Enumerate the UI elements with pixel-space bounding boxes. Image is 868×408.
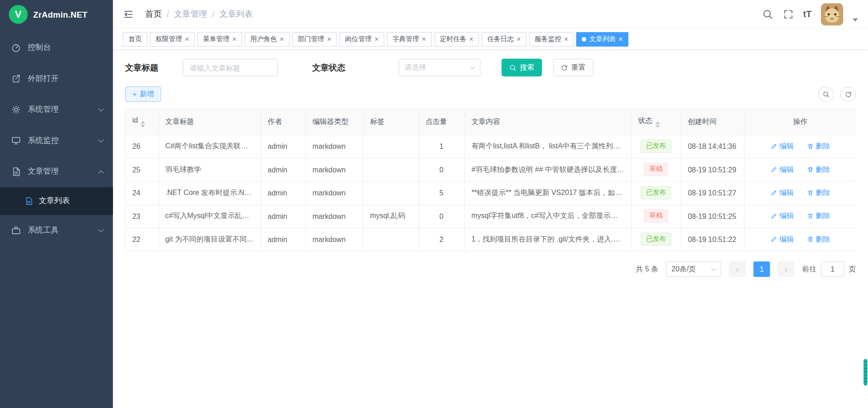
sidebar-item-system-management[interactable]: 系统管理 bbox=[0, 94, 113, 125]
page-size-value: 20条/页 bbox=[671, 264, 696, 274]
refresh-table-button[interactable] bbox=[840, 86, 856, 102]
goto-page-input[interactable] bbox=[821, 261, 844, 277]
sidebar-item-system-monitor[interactable]: 系统监控 bbox=[0, 125, 113, 157]
search-button[interactable]: 搜索 bbox=[501, 59, 542, 76]
cell-content: mysql字符集utf8，c#写入中文后，全部显示成? ... bbox=[464, 204, 631, 228]
add-button-label: 新增 bbox=[140, 89, 154, 99]
prev-page-button[interactable]: ‹ bbox=[729, 261, 746, 277]
add-button[interactable]: + 新增 bbox=[125, 86, 161, 102]
tab-user-role[interactable]: 用户角色× bbox=[245, 32, 289, 46]
app-logo[interactable]: V ZrAdmin.NET bbox=[0, 0, 113, 29]
sort-icon[interactable] bbox=[655, 121, 660, 128]
column-header-status[interactable]: 状态 bbox=[631, 109, 681, 134]
cell-created: 08-19 10:51:22 bbox=[681, 228, 744, 251]
edit-button[interactable]: 编辑 bbox=[770, 141, 793, 151]
delete-button[interactable]: 删除 bbox=[807, 188, 830, 198]
edit-button[interactable]: 编辑 bbox=[770, 211, 793, 221]
close-icon[interactable]: × bbox=[232, 35, 236, 43]
cell-actions: 编辑 删除 bbox=[744, 181, 857, 204]
delete-button[interactable]: 删除 bbox=[807, 141, 830, 151]
cell-title: 羽毛球教学 bbox=[158, 158, 261, 181]
page-number-1[interactable]: 1 bbox=[754, 261, 770, 277]
sidebar-item-label: 外部打开 bbox=[28, 74, 103, 84]
toggle-search-button[interactable] bbox=[818, 86, 834, 102]
sidebar-collapse-button[interactable] bbox=[123, 9, 134, 19]
column-label: 状态 bbox=[638, 116, 652, 124]
table-row: 23 c#写入Mysql中文显示乱码 ... admin markdown my… bbox=[126, 204, 856, 228]
fold-menu-icon bbox=[123, 9, 134, 19]
sort-icon[interactable] bbox=[141, 121, 145, 128]
tab-home[interactable]: 首页 bbox=[123, 32, 147, 46]
cell-clicks: 1 bbox=[419, 135, 465, 158]
delete-button[interactable]: 删除 bbox=[807, 165, 830, 175]
breadcrumb: 首页 / 文章管理 / 文章列表 bbox=[145, 9, 253, 19]
reset-button[interactable]: 重置 bbox=[553, 59, 593, 76]
sidebar-item-label: 系统监控 bbox=[28, 136, 99, 146]
close-icon[interactable]: × bbox=[469, 35, 473, 43]
tab-label: 用户角色 bbox=[250, 34, 277, 44]
tab-scheduled-task[interactable]: 定时任务× bbox=[434, 32, 479, 46]
close-icon[interactable]: × bbox=[185, 35, 189, 43]
user-avatar[interactable] bbox=[821, 3, 843, 25]
next-page-button[interactable]: › bbox=[778, 261, 794, 277]
cell-content: 有两个list,listA 和listB， listA中有三个属性列为St... bbox=[464, 135, 631, 158]
fullscreen-button[interactable] bbox=[783, 9, 793, 19]
close-icon[interactable]: × bbox=[327, 35, 331, 43]
tab-task-log[interactable]: 任务日志× bbox=[481, 32, 526, 46]
close-icon[interactable]: × bbox=[517, 35, 521, 43]
font-size-button[interactable]: tT bbox=[803, 9, 812, 19]
search-icon bbox=[762, 9, 773, 19]
tab-service-monitor[interactable]: 服务监控× bbox=[529, 32, 574, 46]
article-status-select[interactable]: 请选择 bbox=[399, 59, 481, 76]
breadcrumb-home[interactable]: 首页 bbox=[145, 9, 162, 19]
tab-dictionary[interactable]: 字典管理× bbox=[387, 32, 432, 46]
sidebar-item-system-tools[interactable]: 系统工具 bbox=[0, 215, 113, 246]
edit-button[interactable]: 编辑 bbox=[770, 234, 793, 244]
column-label: 文章内容 bbox=[472, 117, 500, 125]
edit-button[interactable]: 编辑 bbox=[770, 165, 793, 175]
scrollbar-thumb[interactable] bbox=[863, 359, 868, 385]
edit-button[interactable]: 编辑 bbox=[770, 188, 793, 198]
header-search-button[interactable] bbox=[762, 9, 773, 19]
cell-tags bbox=[363, 158, 418, 181]
tab-department[interactable]: 部门管理× bbox=[292, 32, 337, 46]
edit-icon bbox=[770, 190, 777, 196]
sidebar-item-dashboard[interactable]: 控制台 bbox=[0, 32, 113, 63]
sidebar-item-article-management[interactable]: 文章管理 bbox=[0, 156, 113, 187]
page-size-select[interactable]: 20条/页 bbox=[666, 261, 721, 277]
close-icon[interactable]: × bbox=[422, 35, 426, 43]
cell-id: 23 bbox=[126, 204, 158, 228]
edit-icon bbox=[770, 143, 777, 150]
column-header-id[interactable]: id bbox=[126, 109, 158, 134]
tab-article-list[interactable]: 文章列表× bbox=[576, 32, 628, 46]
tab-label: 权限管理 bbox=[156, 34, 182, 44]
cell-status: 已发布 bbox=[631, 228, 681, 251]
close-icon[interactable]: × bbox=[618, 35, 623, 43]
cell-id: 24 bbox=[126, 181, 158, 204]
status-badge: 已发布 bbox=[641, 140, 672, 153]
sidebar-item-external-open[interactable]: 外部打开 bbox=[0, 63, 113, 95]
sidebar-item-article-list[interactable]: 文章列表 bbox=[0, 187, 113, 215]
tab-menu[interactable]: 菜单管理× bbox=[198, 32, 242, 46]
user-menu-caret-icon[interactable] bbox=[853, 18, 858, 21]
close-icon[interactable]: × bbox=[280, 35, 284, 43]
tab-label: 岗位管理 bbox=[345, 34, 372, 44]
dashboard-icon bbox=[11, 43, 21, 52]
delete-button[interactable]: 删除 bbox=[807, 211, 830, 221]
cell-actions: 编辑 删除 bbox=[744, 158, 857, 181]
breadcrumb-article-list[interactable]: 文章列表 bbox=[219, 9, 252, 19]
search-icon bbox=[822, 90, 830, 98]
breadcrumb-article-management[interactable]: 文章管理 bbox=[174, 9, 207, 19]
close-icon[interactable]: × bbox=[374, 35, 378, 43]
tab-label: 任务日志 bbox=[487, 34, 514, 44]
cell-author: admin bbox=[261, 228, 306, 251]
tab-permission[interactable]: 权限管理× bbox=[150, 32, 195, 46]
delete-button[interactable]: 删除 bbox=[807, 234, 830, 244]
trash-icon bbox=[807, 213, 814, 219]
article-title-input[interactable] bbox=[183, 59, 278, 76]
cell-editor: markdown bbox=[306, 228, 363, 251]
article-title-label: 文章标题 bbox=[125, 62, 158, 73]
tab-post[interactable]: 岗位管理× bbox=[340, 32, 384, 46]
close-icon[interactable]: × bbox=[564, 35, 568, 43]
cell-created: 08-19 10:51:29 bbox=[681, 158, 744, 181]
